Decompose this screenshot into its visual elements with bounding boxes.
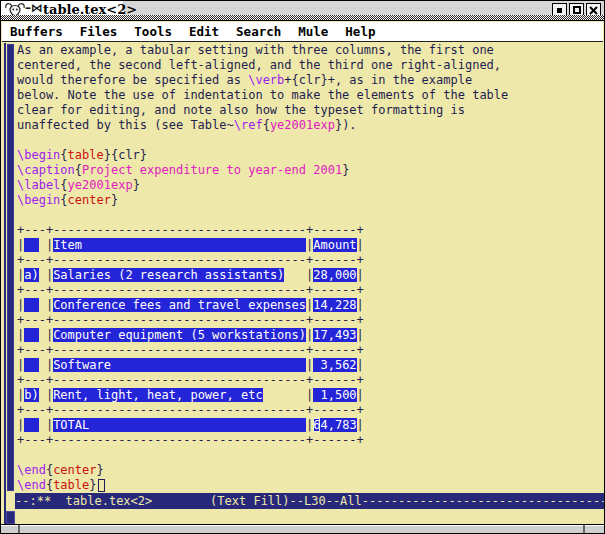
buffer-line: \begin{center} — [17, 193, 605, 208]
code-segment: +---+-----------------------------------… — [17, 313, 364, 327]
buffer-line: +---+-----------------------------------… — [17, 373, 605, 388]
code-segment: { — [60, 193, 67, 207]
code-segment: table — [68, 148, 104, 162]
code-segment: \verb — [248, 73, 284, 87]
buffer-line: \caption{Project expenditure to year-end… — [17, 163, 605, 178]
buffer-line: +---+-----------------------------------… — [17, 403, 605, 418]
minimize-icon — [557, 8, 562, 13]
menu-edit[interactable]: Edit — [189, 24, 228, 39]
buffer-area[interactable]: As an example, a tabular setting with th… — [17, 43, 605, 493]
code-segment: ye2001exp — [68, 178, 133, 192]
highlighted-cell: 14,228 — [313, 298, 356, 312]
buffer-line: +---+-----------------------------------… — [17, 433, 605, 448]
buffer-line: +---+-----------------------------------… — [17, 313, 605, 328]
buffer-line: \end{center} — [17, 463, 605, 478]
code-segment: | — [357, 388, 364, 402]
code-segment: }{clr} — [104, 148, 147, 162]
menu-tools[interactable]: Tools — [134, 24, 181, 39]
code-segment: +---+-----------------------------------… — [17, 343, 364, 357]
code-segment: Project expenditure to year-end 2001 — [82, 163, 342, 177]
code-segment: | — [39, 328, 53, 342]
resize-tick-left — [18, 525, 20, 533]
buffer-line: | |TOTAL |64,783| — [17, 418, 605, 433]
buffer-line: +---+-----------------------------------… — [17, 283, 605, 298]
bottom-resize-bar[interactable] — [1, 524, 604, 533]
code-segment: centered, the second left-aligned, and t… — [17, 58, 501, 72]
code-segment: ye2001exp — [270, 118, 335, 132]
code-segment: As an example, a tabular setting with th… — [17, 43, 494, 57]
buffer-line: +---+-----------------------------------… — [17, 253, 605, 268]
code-segment: +{clr}+, as in the example — [284, 73, 472, 87]
menu-search[interactable]: Search — [236, 24, 290, 39]
code-segment: \end — [17, 463, 46, 477]
code-segment: | — [39, 388, 53, 402]
code-segment: | — [357, 238, 364, 252]
code-segment: \caption — [17, 163, 75, 177]
buffer-line — [17, 208, 605, 223]
menu-buffers[interactable]: Buffers — [10, 24, 72, 39]
buffer-line: centered, the second left-aligned, and t… — [17, 58, 605, 73]
code-segment: | — [39, 238, 53, 252]
buffer-line: would therefore be specified as \verb+{c… — [17, 73, 605, 88]
pin-icon: –⋈ — [25, 1, 43, 15]
code-segment: { — [263, 118, 270, 132]
minibuffer-scrollbar-thumb[interactable] — [6, 511, 15, 524]
code-segment: \end — [17, 478, 46, 492]
menu-files[interactable]: Files — [80, 24, 127, 39]
buffer-line: As an example, a tabular setting with th… — [17, 43, 605, 58]
code-segment: +---+-----------------------------------… — [17, 403, 364, 417]
code-segment: below. Note the use of indentation to ma… — [17, 88, 508, 102]
scrollbar-track[interactable] — [4, 43, 6, 525]
resize-tick-right — [583, 525, 585, 533]
code-segment: | — [39, 298, 53, 312]
buffer-line: |a) |Salaries (2 research assistants) |2… — [17, 268, 605, 283]
code-segment: } — [97, 463, 104, 477]
code-segment: | — [284, 268, 313, 282]
highlighted-cell — [24, 298, 38, 312]
code-segment: +---+-----------------------------------… — [17, 223, 364, 237]
code-segment: center — [53, 463, 96, 477]
code-segment: \label — [17, 178, 60, 192]
menu-help[interactable]: Help — [345, 24, 384, 39]
code-segment: | — [357, 298, 364, 312]
highlighted-cell: 28,000 — [313, 268, 356, 282]
menu-mule[interactable]: Mule — [298, 24, 337, 39]
buffer-line: | |Item |Amount| — [17, 238, 605, 253]
highlighted-cell — [24, 418, 38, 432]
highlighted-cell: TOTAL — [53, 418, 306, 432]
highlighted-cell: a) — [24, 268, 38, 282]
buffer-line: | |Computer equipment (5 workstations)|1… — [17, 328, 605, 343]
minibuffer[interactable]: Mark set — [17, 510, 605, 525]
code-segment: table — [53, 478, 89, 492]
code-segment: +---+-----------------------------------… — [17, 373, 364, 387]
code-segment: unaffected by this (see Table~ — [17, 118, 234, 132]
buffer-line: below. Note the use of indentation to ma… — [17, 88, 605, 103]
buffer-line: \label{ye2001exp} — [17, 178, 605, 193]
titlebar[interactable]: –⋈ table.tex<2> — [1, 1, 604, 21]
code-segment: \ref — [234, 118, 263, 132]
code-segment: | — [357, 358, 364, 372]
buffer-line: +---+-----------------------------------… — [17, 343, 605, 358]
code-segment: | — [357, 418, 364, 432]
buffer-line: | |Conference fees and travel expenses|1… — [17, 298, 605, 313]
code-segment: | — [39, 418, 53, 432]
code-segment: +---+-----------------------------------… — [17, 253, 364, 267]
titlebar-stipple — [1, 15, 604, 20]
code-segment: \begin — [17, 193, 60, 207]
buffer-line: \begin{table}{clr} — [17, 148, 605, 163]
code-segment: { — [60, 148, 67, 162]
code-segment: center — [68, 193, 111, 207]
highlighted-cell — [24, 358, 38, 372]
scrollbar-thumb[interactable] — [7, 44, 14, 491]
code-segment: clear for editing, and note also how the… — [17, 103, 465, 117]
modeline[interactable]: --:** table.tex<2> (Text Fill)--L30--All… — [15, 493, 605, 509]
highlighted-cell: 17,493 — [313, 328, 356, 342]
highlighted-cell: 1,500 — [313, 388, 356, 402]
code-segment: +---+-----------------------------------… — [17, 433, 364, 447]
buffer-line: +---+-----------------------------------… — [17, 223, 605, 238]
buffer-line: \end{table} — [17, 478, 605, 493]
code-segment: }). — [335, 118, 357, 132]
frame-content: As an example, a tabular setting with th… — [2, 43, 605, 525]
highlighted-cell — [24, 238, 38, 252]
code-segment: +---+-----------------------------------… — [17, 283, 364, 297]
